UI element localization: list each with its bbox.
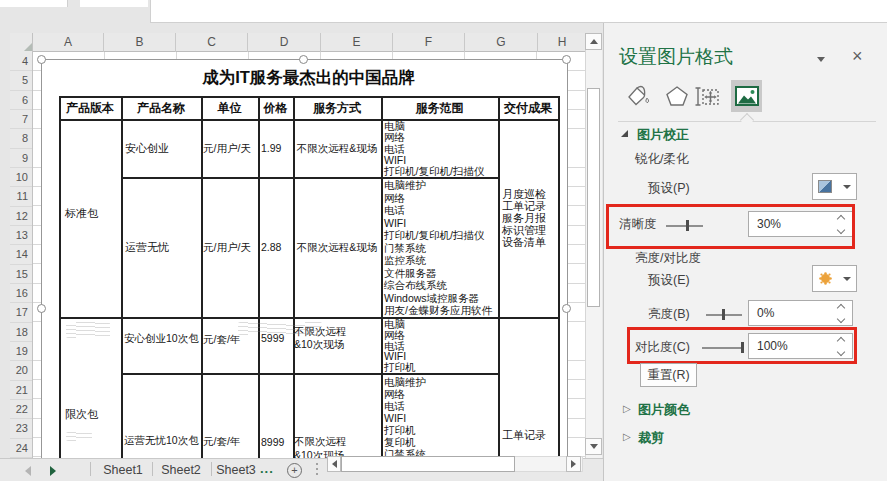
vertical-scrollbar-thumb[interactable] xyxy=(587,88,600,307)
column-header-g[interactable]: G xyxy=(465,33,538,52)
sun-icon xyxy=(821,274,830,283)
contrast-value-input[interactable]: 100% xyxy=(748,333,853,359)
up-arrow-icon xyxy=(590,39,598,44)
cell-scope: 电脑 网络 电话 WIFI 打印机 xyxy=(384,319,416,373)
sharpen-preset-dropdown[interactable] xyxy=(812,173,857,200)
section-collapsed-icon[interactable]: ▷ xyxy=(623,403,631,414)
column-header-a[interactable]: A xyxy=(33,33,104,52)
add-sheet-button[interactable]: + xyxy=(287,463,302,478)
next-sheet-icon[interactable] xyxy=(50,466,56,476)
row-header[interactable]: 14 xyxy=(10,245,32,264)
cell-unit: 元/套/年 xyxy=(203,333,240,347)
section-picture-color[interactable]: 图片颜色 xyxy=(638,401,690,419)
table-border-line xyxy=(59,317,560,319)
selection-handle-top-middle[interactable] xyxy=(299,55,308,64)
embedded-picture[interactable]: 成为IT服务最杰出的中国品牌 产品版本 产品名称 单位 价格 服务方式 服务范围… xyxy=(41,59,568,459)
picture-icon[interactable] xyxy=(735,86,759,110)
scroll-right-button[interactable] xyxy=(566,456,581,472)
reset-button[interactable]: 重置(R) xyxy=(640,363,697,387)
selection-handle-top-left[interactable] xyxy=(37,55,46,64)
column-header-d[interactable]: D xyxy=(248,33,321,52)
column-header-e[interactable]: E xyxy=(321,33,393,52)
col-header-method: 服务方式 xyxy=(293,100,381,117)
column-header-h[interactable]: H xyxy=(538,33,586,52)
excel-window: A B C D E F G H 4 5 6 7 8 9 10 11 12 13 … xyxy=(0,0,887,481)
row-header[interactable]: 17 xyxy=(10,303,32,322)
name-box[interactable] xyxy=(0,0,68,7)
sheet-tab-sheet2[interactable]: Sheet2 xyxy=(158,461,204,479)
horizontal-scrollbar-thumb[interactable] xyxy=(341,456,515,472)
row-header[interactable]: 12 xyxy=(10,207,32,226)
row-header[interactable]: 6 xyxy=(10,91,32,110)
tab-overflow-ellipsis[interactable]: ... xyxy=(260,461,274,476)
cell-method: 不限次远程&现场 xyxy=(294,142,380,156)
sharpness-label: 清晰度 xyxy=(619,216,657,233)
table-border-line xyxy=(498,96,500,459)
row-header[interactable]: 13 xyxy=(10,226,32,245)
row-header[interactable]: 9 xyxy=(10,149,32,168)
prev-sheet-icon[interactable] xyxy=(25,466,31,476)
col-header-unit: 单位 xyxy=(201,100,258,117)
scroll-left-button[interactable] xyxy=(327,456,341,472)
row-header[interactable]: 4 xyxy=(10,52,32,71)
cell-scope: 电脑维护 网络 电话 WIFI 打印机/复印机/扫描仪 门禁系统 监控系统 文件… xyxy=(384,179,492,317)
select-all-triangle-icon xyxy=(24,43,32,51)
row-header[interactable]: 8 xyxy=(10,129,32,148)
brightness-label: 亮度(B) xyxy=(648,306,690,323)
row-header[interactable]: 11 xyxy=(10,187,32,206)
section-picture-corrections[interactable]: 图片校正 xyxy=(637,126,689,144)
column-header-b[interactable]: B xyxy=(104,33,176,52)
brightness-value-input[interactable]: 0% xyxy=(748,300,853,326)
table-border-line xyxy=(558,96,560,459)
row-header[interactable]: 15 xyxy=(10,265,32,284)
contrast-slider[interactable] xyxy=(702,347,744,349)
scroll-down-button[interactable] xyxy=(585,438,602,455)
col-header-scope: 服务范围 xyxy=(381,100,498,117)
effects-icon[interactable] xyxy=(665,85,689,111)
tab-divider xyxy=(211,462,212,476)
sheet-tab-sheet1[interactable]: Sheet1 xyxy=(100,461,146,479)
row-header[interactable]: 10 xyxy=(10,168,32,187)
brightness-preset-dropdown[interactable] xyxy=(812,265,857,292)
sharpness-slider-handle[interactable] xyxy=(686,220,689,231)
size-and-properties-icon[interactable] xyxy=(694,84,721,113)
pane-close-icon[interactable]: × xyxy=(852,46,863,67)
scroll-up-button[interactable] xyxy=(585,33,602,50)
selection-handle-middle-left[interactable] xyxy=(37,304,46,313)
brightness-slider-handle[interactable] xyxy=(722,309,725,320)
row-header[interactable]: 18 xyxy=(10,323,32,342)
row-header[interactable]: 7 xyxy=(10,110,32,129)
row-header[interactable]: 5 xyxy=(10,71,32,90)
col-header-price: 价格 xyxy=(258,100,293,117)
contrast-slider-handle[interactable] xyxy=(741,342,744,353)
col-header-name: 产品名称 xyxy=(121,100,201,117)
formula-bar[interactable] xyxy=(150,0,887,23)
row-header[interactable]: 21 xyxy=(10,381,32,400)
cell-version: 标准包 xyxy=(65,206,98,221)
left-arrow-icon xyxy=(332,460,337,468)
cell-name: 运营无忧 xyxy=(125,240,169,255)
down-arrow-icon xyxy=(590,444,598,449)
column-header-f[interactable]: F xyxy=(393,33,465,52)
section-crop[interactable]: 裁剪 xyxy=(638,429,664,447)
fill-and-line-icon[interactable] xyxy=(624,83,651,114)
contrast-label: 对比度(C) xyxy=(635,339,690,356)
insert-function-box[interactable] xyxy=(80,0,148,7)
column-header-c[interactable]: C xyxy=(176,33,248,52)
row-header[interactable]: 20 xyxy=(10,361,32,380)
row-header[interactable]: 22 xyxy=(10,400,32,419)
cell-unit: 元/套/年 xyxy=(203,435,240,449)
row-header[interactable]: 24 xyxy=(10,439,32,458)
pane-dropdown-icon[interactable] xyxy=(817,57,825,62)
row-header[interactable]: 16 xyxy=(10,284,32,303)
selection-handle-top-right[interactable] xyxy=(562,55,571,64)
sharpness-slider[interactable] xyxy=(666,225,703,227)
row-header[interactable]: 19 xyxy=(10,342,32,361)
row-header[interactable]: 23 xyxy=(10,419,32,438)
section-expanded-icon[interactable] xyxy=(621,130,628,137)
selection-handle-middle-right[interactable] xyxy=(562,304,571,313)
sheet-tab-sheet3[interactable]: Sheet3 xyxy=(214,461,258,479)
section-collapsed-icon[interactable]: ▷ xyxy=(623,431,631,442)
cell-unit: 元/用户/天 xyxy=(203,241,251,255)
sharpness-value-input[interactable]: 30% xyxy=(748,211,853,237)
